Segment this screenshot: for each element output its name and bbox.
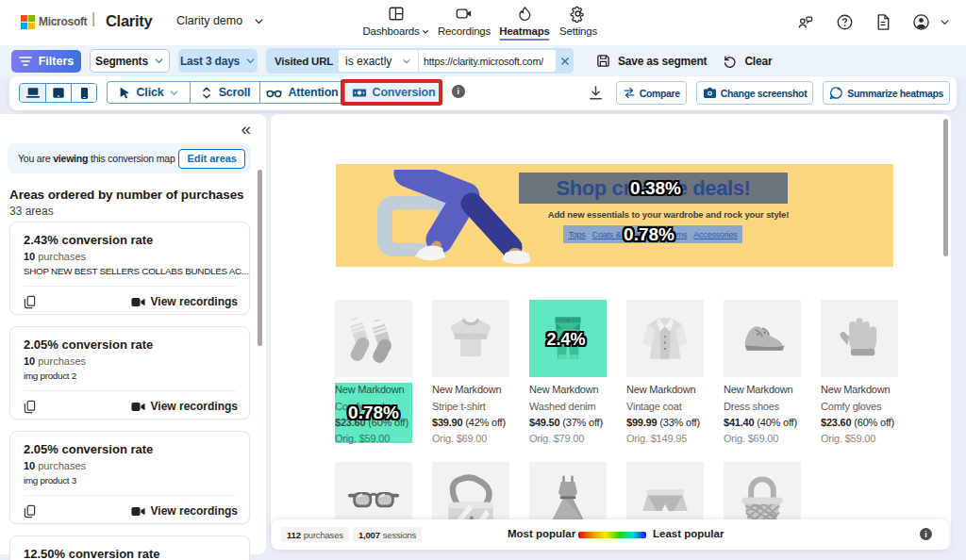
- save-as-segment-button[interactable]: Save as segment: [596, 54, 707, 68]
- product-discount: (40% off): [757, 417, 797, 428]
- visited-url-filter: Visited URL is exactly https://clarity.m…: [266, 48, 574, 74]
- date-range-label: Last 3 days: [180, 55, 240, 68]
- viewing-banner: You are viewing this conversion map Edit…: [8, 143, 251, 173]
- least-popular-label: Least popular: [653, 528, 724, 539]
- view-recordings-label: View recordings: [151, 504, 238, 518]
- product-tag: New Markdown: [724, 384, 792, 395]
- recordings-icon: [455, 5, 474, 23]
- copy-icon[interactable]: [24, 400, 36, 414]
- card-footer: View recordings: [24, 502, 238, 520]
- filters-button[interactable]: Filters: [11, 50, 81, 73]
- product-image-tshirt: [432, 300, 509, 377]
- heatmap-canvas: Shop creative deals! 0.38% Add new essen…: [271, 114, 951, 550]
- area-card: 2.43% conversion rate 10purchases SHOP N…: [9, 222, 250, 315]
- copy-icon[interactable]: [24, 295, 36, 309]
- area-card: 2.05% conversion rate 10purchases img pr…: [9, 326, 250, 420]
- product-name: Stripe t-shirt: [432, 401, 486, 412]
- product-discount: (33% off): [659, 417, 700, 428]
- compare-button[interactable]: Compare: [616, 81, 687, 105]
- tab-dashboards-label: Dashboards: [362, 25, 419, 37]
- sidebar-scrollbar[interactable]: [258, 170, 262, 346]
- view-recordings-button[interactable]: View recordings: [131, 504, 238, 518]
- card-divider: [24, 286, 236, 287]
- view-recordings-button[interactable]: View recordings: [131, 295, 238, 308]
- site-nav-link[interactable]: Accessories: [693, 230, 737, 239]
- change-screenshot-button[interactable]: Change screenshot: [696, 81, 814, 105]
- info-icon[interactable]: i: [452, 85, 465, 98]
- conversion-rate: 2.05% conversion rate: [24, 442, 153, 456]
- sessions-chip: 1,007 sessions: [353, 527, 422, 542]
- url-operator-select[interactable]: is exactly: [339, 50, 418, 72]
- device-desktop-toggle[interactable]: [20, 84, 45, 102]
- tab-heatmaps[interactable]: Heatmaps: [499, 5, 549, 37]
- product-price: $41.40: [724, 417, 754, 428]
- device-toggle-group: [19, 83, 97, 103]
- mobile-icon: [80, 87, 89, 100]
- purchases-line: 10purchases: [24, 460, 86, 471]
- areas-count: 33 areas: [9, 205, 54, 218]
- chevron-down-icon: [245, 56, 256, 66]
- socks-conversion-badge: 0.78%: [348, 403, 399, 423]
- filters-label: Filters: [39, 55, 75, 68]
- nav-item-label: Heatmaps: [499, 25, 549, 37]
- tab-dashboards[interactable]: Dashboards: [362, 5, 429, 37]
- toolbar-actions: Compare Change screenshot Summarize heat…: [588, 81, 950, 105]
- purchases-line: 10purchases: [24, 355, 86, 367]
- heatmap-type-conversion[interactable]: Conversion: [344, 82, 441, 103]
- summarize-heatmaps-label: Summarize heatmaps: [847, 88, 943, 99]
- product-discount: (60% off): [854, 417, 894, 428]
- clear-button[interactable]: Clear: [723, 54, 772, 68]
- camera-icon: [703, 87, 717, 99]
- release-notes-icon[interactable]: [875, 13, 891, 31]
- tshirt-icon: [443, 311, 498, 366]
- site-nav-link[interactable]: Tops: [568, 230, 585, 239]
- heatmaps-icon: [516, 5, 533, 23]
- purchases-value: 10: [24, 460, 35, 471]
- remove-url-filter-button[interactable]: [556, 50, 574, 72]
- product-image-socks: [335, 300, 412, 377]
- compare-arrows-icon: [623, 87, 636, 99]
- heatmap-type-scroll[interactable]: Scroll: [190, 82, 259, 103]
- download-icon[interactable]: [588, 85, 604, 101]
- tablet-icon: [52, 87, 65, 99]
- collapse-sidebar-icon[interactable]: «: [241, 120, 251, 138]
- view-recordings-button[interactable]: View recordings: [131, 400, 238, 413]
- conversion-rate: 12.50% conversion rate: [24, 547, 160, 560]
- device-tablet-toggle[interactable]: [45, 84, 71, 102]
- undo-icon: [723, 54, 737, 68]
- filter-bar: Filters Segments Last 3 days Visited URL…: [0, 45, 966, 76]
- tab-settings[interactable]: Settings: [559, 5, 597, 37]
- url-value: https://clarity.microsoft.com/: [424, 56, 543, 67]
- product-orig-price: Orig. $79.00: [529, 433, 584, 444]
- clear-label: Clear: [744, 55, 772, 68]
- url-input[interactable]: https://clarity.microsoft.com/: [419, 50, 556, 72]
- footer-info-icon[interactable]: i: [920, 528, 932, 540]
- date-range-dropdown[interactable]: Last 3 days: [178, 49, 258, 73]
- video-camera-icon: [131, 506, 145, 517]
- purchases-chip: 112 purchases: [281, 527, 349, 542]
- product-discount: (42% off): [465, 417, 506, 428]
- dashboards-icon: [387, 5, 405, 23]
- heatmap-type-attention[interactable]: Attention: [259, 82, 344, 103]
- account-menu[interactable]: [912, 13, 950, 31]
- heatmap-toolbar: Click Scroll Attention Conversion i Comp…: [9, 76, 957, 110]
- segments-dropdown[interactable]: Segments: [90, 49, 170, 73]
- purchases-count: 112: [287, 530, 301, 540]
- copy-icon[interactable]: [24, 504, 36, 519]
- feedback-icon[interactable]: [796, 14, 814, 31]
- help-icon[interactable]: [836, 13, 854, 31]
- tab-recordings[interactable]: Recordings: [438, 5, 491, 37]
- edit-areas-button[interactable]: Edit areas: [178, 149, 245, 169]
- chevron-down-icon: [402, 57, 411, 66]
- heatmap-type-click[interactable]: Click: [108, 82, 190, 103]
- headline-conversion-badge: 0.38%: [630, 178, 681, 199]
- socks-icon: [346, 311, 401, 366]
- purchases-label: purchases: [38, 355, 86, 367]
- summarize-heatmaps-button[interactable]: Summarize heatmaps: [823, 81, 950, 105]
- scroll-icon: [200, 86, 213, 100]
- segments-label: Segments: [95, 55, 148, 68]
- device-mobile-toggle[interactable]: [71, 84, 96, 102]
- main-scrollbar[interactable]: [943, 119, 948, 256]
- product-price: $23.60: [821, 417, 851, 428]
- product-tag: New Markdown: [821, 384, 890, 395]
